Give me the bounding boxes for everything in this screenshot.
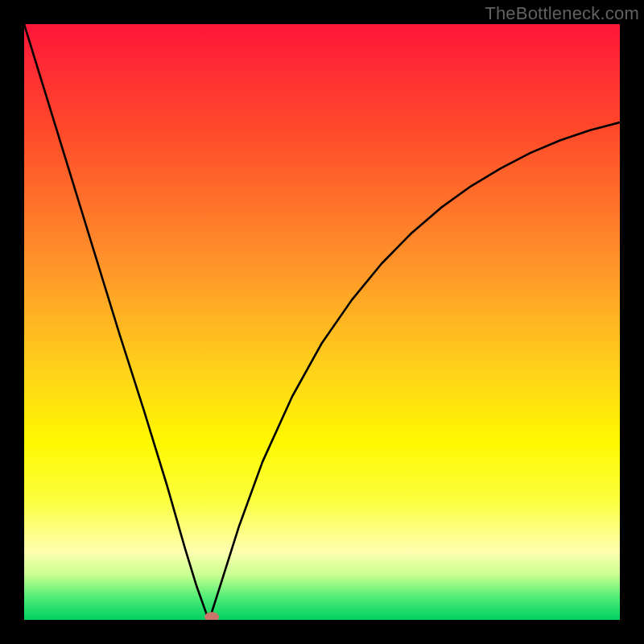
plot-area: [24, 24, 620, 620]
bottleneck-chart: [24, 24, 620, 620]
gradient-background: [24, 24, 620, 620]
watermark-text: TheBottleneck.com: [485, 3, 639, 24]
chart-frame: TheBottleneck.com: [0, 0, 644, 644]
